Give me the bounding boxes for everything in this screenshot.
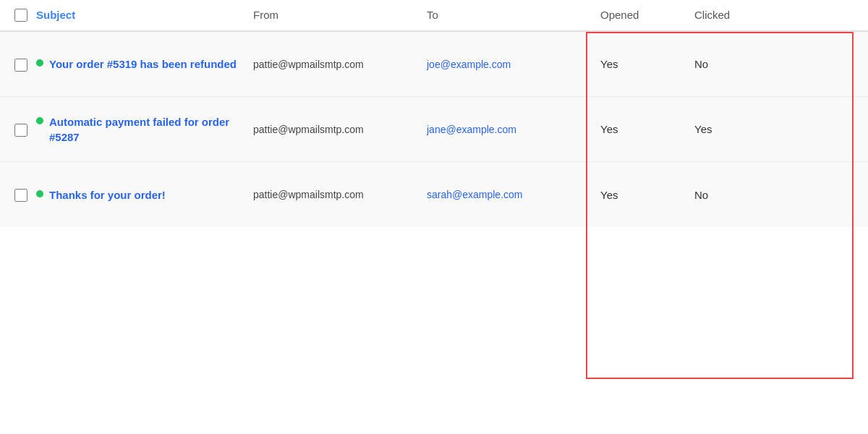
select-all-checkbox[interactable]	[14, 9, 27, 22]
row-2-subject-cell: Automatic payment failed for order #5287	[36, 114, 253, 145]
row-3-subject-text[interactable]: Thanks for your order!	[49, 187, 166, 203]
table-header: Subject From To Opened Clicked	[0, 0, 868, 32]
email-table: Subject From To Opened Clicked Your orde…	[0, 0, 868, 434]
row-1-status-dot	[36, 59, 43, 67]
clicked-column-header: Clicked	[694, 9, 781, 22]
row-3-checkbox[interactable]	[14, 189, 27, 202]
table-row: Automatic payment failed for order #5287…	[0, 97, 868, 162]
row-2-subject-text[interactable]: Automatic payment failed for order #5287	[49, 114, 253, 145]
row-1-from: pattie@wpmailsmtp.com	[253, 59, 427, 70]
row-1-subject-text[interactable]: Your order #5319 has been refunded	[49, 56, 237, 72]
row-2-clicked: Yes	[694, 123, 781, 135]
row-1-checkbox[interactable]	[14, 59, 27, 72]
table-row: Thanks for your order! pattie@wpmailsmtp…	[0, 162, 868, 227]
row-1-to[interactable]: joe@example.com	[427, 59, 600, 70]
row-3-from: pattie@wpmailsmtp.com	[253, 189, 427, 200]
row-3-checkbox-container[interactable]	[14, 187, 36, 202]
row-3-clicked: No	[694, 189, 781, 201]
row-2-checkbox[interactable]	[14, 124, 27, 137]
row-3-to[interactable]: sarah@example.com	[427, 189, 600, 200]
row-2-from: pattie@wpmailsmtp.com	[253, 124, 427, 135]
opened-column-header: Opened	[600, 9, 694, 22]
to-column-header: To	[427, 9, 600, 22]
row-2-to[interactable]: jane@example.com	[427, 124, 600, 135]
select-all-checkbox-container[interactable]	[14, 9, 36, 22]
row-1-checkbox-container[interactable]	[14, 57, 36, 72]
from-column-header: From	[253, 9, 427, 22]
table-row: Your order #5319 has been refunded patti…	[0, 32, 868, 97]
row-2-checkbox-container[interactable]	[14, 122, 36, 137]
row-1-subject-cell: Your order #5319 has been refunded	[36, 56, 253, 72]
table-body: Your order #5319 has been refunded patti…	[0, 32, 868, 227]
row-2-opened: Yes	[600, 123, 694, 135]
row-2-status-dot	[36, 117, 43, 124]
subject-column-header: Subject	[36, 9, 253, 22]
row-3-subject-cell: Thanks for your order!	[36, 187, 253, 203]
row-3-opened: Yes	[600, 189, 694, 201]
row-3-status-dot	[36, 190, 43, 197]
row-1-opened: Yes	[600, 58, 694, 70]
row-1-clicked: No	[694, 58, 781, 70]
